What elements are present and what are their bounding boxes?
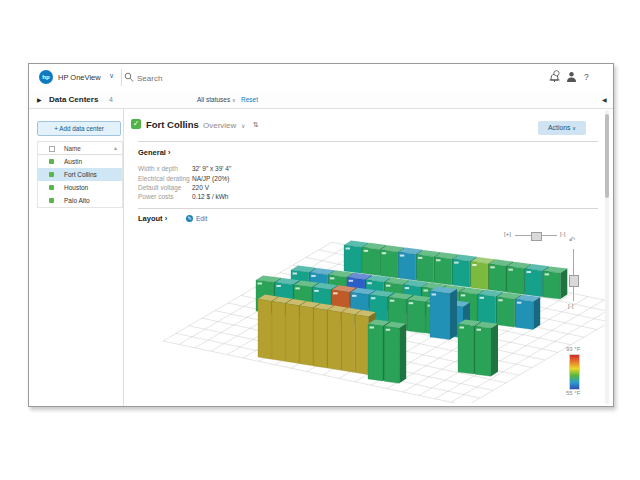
search-icon (124, 72, 134, 83)
scrollbar-thumb[interactable] (605, 114, 609, 198)
legend-min-label: 55 °F (566, 390, 580, 396)
legend-max-label: 93 °F (566, 346, 580, 352)
panel-collapse-icon[interactable]: ◀ (602, 96, 607, 103)
field-label: Default voltage (138, 184, 181, 191)
add-data-center-button[interactable]: + Add data center (37, 121, 121, 136)
divider (138, 208, 598, 209)
status-ok-icon: ✓ (131, 119, 141, 129)
zoom-slider-handle[interactable] (531, 232, 542, 241)
app-window: hp HP OneView ∨ ? ▶ Data Centers 4 All s… (28, 63, 614, 407)
view-selector-chevron-icon[interactable]: ∨ (241, 122, 245, 129)
search-input[interactable] (135, 69, 289, 87)
user-icon[interactable] (566, 71, 577, 83)
list-item-palo-alto[interactable]: Palo Alto (38, 194, 122, 207)
resource-title: Fort Collins (146, 119, 199, 130)
status-ok-icon (49, 185, 54, 190)
topbar-divider (121, 69, 122, 86)
sort-asc-icon: ▲ (113, 145, 118, 151)
tilt-reset-label[interactable]: [·] (568, 303, 573, 309)
edit-layout-link[interactable]: Edit (196, 215, 207, 222)
field-value: 220 V (192, 184, 209, 191)
reset-filter-link[interactable]: Reset (241, 96, 258, 103)
status-ok-icon (49, 198, 54, 203)
top-bar (29, 64, 613, 92)
help-button[interactable]: ? (584, 72, 589, 82)
layout-section-heading[interactable]: Layout › (138, 214, 167, 223)
view-selector[interactable]: Overview (203, 121, 236, 130)
general-section-heading[interactable]: General › (138, 148, 171, 157)
divider (138, 141, 598, 142)
sidebar-divider (123, 108, 124, 406)
related-resources-icon[interactable]: ⇅ (253, 121, 259, 129)
alerts-bell-icon[interactable] (548, 70, 561, 84)
list-header[interactable]: Name ▲ (38, 142, 122, 155)
temperature-legend-gradient (569, 354, 580, 390)
rotate-icon[interactable]: ↶ (569, 236, 576, 245)
notification-badge (554, 71, 559, 76)
status-ok-icon (49, 172, 54, 177)
edit-icon: ✎ (186, 215, 193, 222)
actions-chevron-icon: ∨ (572, 125, 576, 131)
brand-label[interactable]: HP OneView (58, 73, 101, 82)
name-column-header[interactable]: Name (64, 145, 81, 152)
actions-button[interactable]: Actions ∨ (538, 121, 586, 135)
status-column-icon (49, 146, 55, 152)
zoom-in-label[interactable]: [+] (504, 231, 511, 237)
list-item-fort-collins[interactable]: Fort Collins (38, 168, 122, 181)
field-value: NA/JP (20%) (192, 175, 229, 182)
field-label: Electrical derating (138, 175, 190, 182)
page-title: Data Centers (49, 95, 98, 104)
brand-chevron-icon[interactable]: ∨ (109, 72, 114, 80)
field-label: Width x depth (138, 165, 178, 172)
field-value: 32' 9" x 39' 4" (192, 165, 231, 172)
resource-header-bar (29, 91, 613, 109)
tilt-slider-handle[interactable] (569, 275, 579, 287)
list-item-houston[interactable]: Houston (38, 181, 122, 194)
status-filter[interactable]: All statuses ∨ (197, 96, 236, 103)
filter-chevron-icon: ∨ (232, 97, 236, 103)
zoom-out-label[interactable]: [-] (560, 231, 565, 237)
field-value: 0.12 $ / kWh (192, 193, 229, 200)
status-ok-icon (49, 159, 54, 164)
field-label: Power costs (138, 193, 173, 200)
data-center-list: Name ▲ Austin Fort Collins Houston Palo … (37, 141, 123, 208)
hp-logo[interactable]: hp (39, 70, 53, 84)
list-item-austin[interactable]: Austin (38, 155, 122, 168)
main-menu-expander-icon[interactable]: ▶ (37, 96, 42, 103)
datacenter-3d-view[interactable] (138, 229, 608, 403)
resource-count: 4 (109, 96, 113, 103)
